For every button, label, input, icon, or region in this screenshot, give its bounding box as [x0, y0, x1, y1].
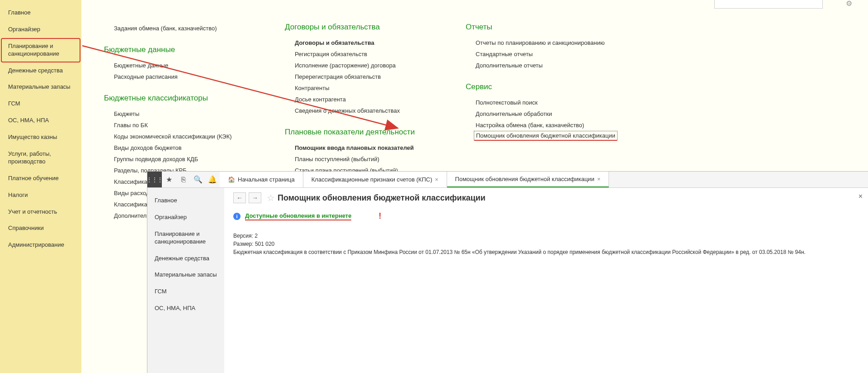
- sidebar-item-treasury[interactable]: Имущество казны: [0, 129, 81, 146]
- page-title: Помощник обновления бюджетной классифика…: [278, 193, 486, 203]
- favorite-icon[interactable]: ★: [162, 172, 176, 187]
- tab-home[interactable]: 🏠 Начальная страница: [220, 172, 303, 187]
- sidebar-item-gsm[interactable]: ГСМ: [0, 96, 81, 112]
- main-sidebar: Главное Органайзер Планирование и санкци…: [0, 0, 81, 373]
- link-exchange-settings[interactable]: Настройка обмена (банк, казначейство): [466, 120, 618, 131]
- version-label: Версия: 2: [233, 232, 859, 240]
- info-icon: i: [233, 213, 241, 220]
- home-icon: 🏠: [228, 176, 235, 183]
- link-expense-schedules[interactable]: Расходные расписания: [104, 71, 249, 82]
- tab-kps-label: Классификационные признаки счетов (КПС): [311, 176, 432, 183]
- section-service: Сервис: [466, 82, 618, 91]
- link-fulltext-search[interactable]: Полнотекстовый поиск: [466, 97, 618, 108]
- apps-icon[interactable]: ⋮⋮⋮: [147, 172, 162, 187]
- link-income-plans[interactable]: Планы поступлений (выбытий): [285, 153, 429, 165]
- exclamation-icon: !: [378, 211, 381, 221]
- tab-kps[interactable]: Классификационные признаки счетов (КПС) …: [303, 172, 447, 187]
- back-button[interactable]: ←: [233, 192, 246, 203]
- link-dossier[interactable]: Досье контрагента: [285, 94, 429, 105]
- sidebar-item-planning[interactable]: Планирование и санкционирование: [1, 38, 80, 62]
- link-standard-reports[interactable]: Стандартные отчеты: [466, 48, 618, 60]
- sidebar-item-paid-edu[interactable]: Платное обучение: [0, 170, 81, 187]
- link-plan-wizard[interactable]: Помощник ввода плановых показателей: [285, 142, 429, 153]
- link-exec-contract[interactable]: Исполнение (расторжение) договора: [285, 60, 429, 71]
- link-rereg-obl[interactable]: Перерегистрация обязательств: [285, 71, 429, 82]
- close-icon[interactable]: ×: [859, 192, 863, 201]
- sidebar-item-accounting[interactable]: Учет и отчетность: [0, 204, 81, 220]
- link-kdb-groups[interactable]: Группы подвидов доходов КДБ: [104, 153, 249, 165]
- details-block: Версия: 2 Размер: 501 020 Бюджетная клас…: [233, 232, 859, 256]
- sidebar-item-taxes[interactable]: Налоги: [0, 187, 81, 204]
- subwindow: ⋮⋮⋮ ★ ⎘ 🔍 🔔 🏠 Начальная страница Классиф…: [147, 171, 868, 373]
- link-exchange-tasks[interactable]: Задания обмена (банк, казначейство): [104, 23, 249, 34]
- close-icon[interactable]: ×: [597, 176, 601, 182]
- section-reports: Отчеты: [466, 23, 618, 32]
- sub-sidebar-materials[interactable]: Материальные запасы: [147, 267, 224, 283]
- sub-sidebar-cash[interactable]: Денежные средства: [147, 250, 224, 267]
- sidebar-item-cash[interactable]: Денежные средства: [0, 62, 81, 79]
- sidebar-item-main[interactable]: Главное: [0, 5, 81, 21]
- search-input[interactable]: [714, 0, 823, 9]
- tab-wizard-label: Помощник обновления бюджетной классифика…: [455, 176, 594, 182]
- search-icon[interactable]: 🔍: [191, 172, 205, 187]
- status-link-updates[interactable]: Доступные обновления в интернете: [245, 212, 351, 220]
- link-bk-chapters[interactable]: Главы по БК: [104, 120, 249, 131]
- sub-sidebar-os[interactable]: ОС, НМА, НПА: [147, 300, 224, 317]
- close-icon[interactable]: ×: [435, 176, 439, 183]
- link-contracts[interactable]: Договоры и обязательства: [285, 37, 429, 48]
- settings-icon[interactable]: ⚙: [846, 0, 852, 8]
- link-income-types[interactable]: Виды доходов бюджетов: [104, 142, 249, 153]
- sidebar-item-os[interactable]: ОС, НМА, НПА: [0, 112, 81, 129]
- description-text: Бюджетная классификация в соответствии с…: [233, 248, 859, 256]
- sub-toolbar: ⋮⋮⋮ ★ ⎘ 🔍 🔔 🏠 Начальная страница Классиф…: [147, 172, 868, 188]
- sidebar-item-services[interactable]: Услуги, работы, производство: [0, 146, 81, 170]
- link-kek[interactable]: Коды экономической классификации (КЭК): [104, 131, 249, 142]
- bell-icon[interactable]: 🔔: [205, 172, 220, 187]
- sidebar-item-organizer[interactable]: Органайзер: [0, 21, 81, 38]
- link-additional-reports[interactable]: Дополнительные отчеты: [466, 60, 618, 71]
- size-label: Размер: 501 020: [233, 240, 859, 248]
- link-reports-planning[interactable]: Отчеты по планированию и санкционировани…: [466, 37, 618, 48]
- sidebar-item-refs[interactable]: Справочники: [0, 220, 81, 237]
- link-budget-class-wizard[interactable]: Помощник обновления бюджетной классифика…: [474, 131, 618, 140]
- section-budget-data: Бюджетные данные: [104, 45, 249, 54]
- sidebar-item-admin[interactable]: Администрирование: [0, 237, 81, 253]
- sub-main: ← → ☆ Помощник обновления бюджетной клас…: [224, 188, 868, 373]
- link-additional-processing[interactable]: Дополнительные обработки: [466, 108, 618, 120]
- link-budgets[interactable]: Бюджеты: [104, 108, 249, 120]
- link-reg-obligations[interactable]: Регистрация обязательств: [285, 48, 429, 60]
- sidebar-item-materials[interactable]: Материальные запасы: [0, 79, 81, 96]
- section-budget-classifiers: Бюджетные классификаторы: [104, 94, 249, 103]
- forward-button[interactable]: →: [249, 192, 261, 203]
- sub-sidebar-organizer[interactable]: Органайзер: [147, 209, 224, 226]
- sub-sidebar-gsm[interactable]: ГСМ: [147, 283, 224, 300]
- tab-wizard[interactable]: Помощник обновления бюджетной классифика…: [447, 172, 609, 187]
- clipboard-icon[interactable]: ⎘: [176, 172, 191, 187]
- sub-sidebar-planning[interactable]: Планирование и санкционирование: [147, 226, 224, 250]
- section-contracts: Договоры и обязательства: [285, 23, 429, 32]
- sub-sidebar-main[interactable]: Главное: [147, 192, 224, 209]
- tab-home-label: Начальная страница: [238, 176, 295, 183]
- sub-sidebar: Главное Органайзер Планирование и санкци…: [147, 188, 224, 373]
- link-budget-data[interactable]: Бюджетные данные: [104, 60, 249, 71]
- link-counterparties[interactable]: Контрагенты: [285, 82, 429, 94]
- section-planned-indicators: Плановые показатели деятельности: [285, 128, 429, 137]
- star-icon[interactable]: ☆: [267, 192, 275, 203]
- link-money-obl-info[interactable]: Сведения о денежных обязательствах: [285, 105, 429, 116]
